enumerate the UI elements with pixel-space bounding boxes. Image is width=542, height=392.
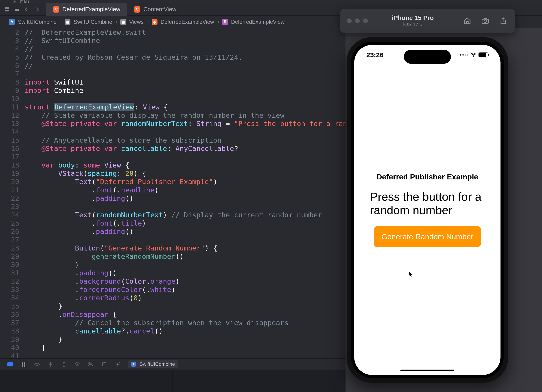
code: generateRandomNumber() xyxy=(25,252,184,261)
scissors-icon xyxy=(88,362,93,366)
tab-label: ContentView xyxy=(143,6,176,13)
simulator-device-name: iPhone 15 Pro xyxy=(371,14,455,21)
home-indicator[interactable] xyxy=(401,370,454,371)
line-number: 24 xyxy=(0,211,25,219)
debug-target-label: SwiftUICombine xyxy=(140,361,175,367)
svg-point-3 xyxy=(89,362,90,364)
line-number: 27 xyxy=(0,236,25,244)
related-items-button[interactable] xyxy=(2,5,12,14)
line-number: 19 xyxy=(0,169,25,178)
line-number: 12 xyxy=(0,111,25,119)
variables-pane[interactable] xyxy=(0,370,173,392)
line-number: 31 xyxy=(0,269,25,277)
line-number: 3 xyxy=(0,37,25,45)
line-number: 2 xyxy=(0,28,25,37)
breadcrumb-item[interactable]: DeferredExampleView xyxy=(231,19,284,25)
environment-button[interactable] xyxy=(101,361,108,368)
breadcrumb-item[interactable]: SwiftUICombine xyxy=(74,19,112,25)
zoom-button[interactable] xyxy=(363,18,368,23)
step-over-button[interactable] xyxy=(34,361,40,368)
app-content: Deferred Publisher Example Press the but… xyxy=(354,45,500,375)
svg-point-1 xyxy=(50,365,51,367)
console-area xyxy=(0,370,346,392)
line-number: 38 xyxy=(0,327,25,335)
folder-icon: ▦ xyxy=(65,19,70,25)
step-over-icon xyxy=(34,362,40,367)
minimize-button[interactable] xyxy=(355,18,360,23)
tab-deferred-example-view[interactable]: DeferredExampleView xyxy=(46,3,127,16)
step-in-icon xyxy=(48,361,53,367)
breadcrumb-item[interactable]: SwiftUICombine xyxy=(18,19,57,25)
breakpoint-icon xyxy=(7,362,13,366)
line-number: 21 xyxy=(0,186,25,194)
status-right xyxy=(460,51,488,59)
app-icon: A xyxy=(131,362,136,367)
location-icon xyxy=(115,362,120,367)
code: .padding() xyxy=(25,194,134,203)
line-number: 40 xyxy=(0,344,25,352)
svg-point-0 xyxy=(36,365,38,366)
console-pane[interactable] xyxy=(173,370,346,392)
line-number: 17 xyxy=(0,153,25,161)
tab-label: DeferredExampleView xyxy=(62,6,120,13)
code: VStack(spacing: 20) { xyxy=(25,169,146,178)
code: // DeferredExampleView.swift xyxy=(25,28,146,37)
wifi-icon xyxy=(471,53,476,57)
app-heading: Deferred Publisher Example xyxy=(376,172,478,181)
dynamic-island xyxy=(404,50,451,64)
close-button[interactable] xyxy=(347,18,352,23)
code: .cornerRadius(8) xyxy=(25,294,142,302)
swift-file-icon: ◆ xyxy=(152,19,157,25)
iphone-screen[interactable]: 23:26 Deferred Publisher Example Press t… xyxy=(354,45,500,375)
nav-back-button[interactable] xyxy=(22,5,32,14)
line-number: 6 xyxy=(0,61,25,70)
line-number: 28 xyxy=(0,244,25,252)
tab-nav-group xyxy=(2,5,42,14)
breadcrumb-item[interactable]: DeferredExampleView xyxy=(161,19,214,25)
share-button[interactable] xyxy=(498,16,508,26)
tab-content-view[interactable]: ContentView xyxy=(127,3,183,16)
debug-target[interactable]: A SwiftUICombine xyxy=(128,360,178,368)
line-number: 11 xyxy=(0,103,25,111)
svg-point-2 xyxy=(63,365,65,367)
stack-icon xyxy=(75,362,80,367)
view-debug-button[interactable] xyxy=(74,361,81,368)
code: .font(.title) xyxy=(25,219,146,227)
generate-button[interactable]: Generate Random Number xyxy=(374,226,481,247)
branch-name[interactable]: main xyxy=(20,0,29,4)
status-time: 23:26 xyxy=(366,51,384,59)
code: cancellable?.cancel() xyxy=(25,327,163,335)
svg-rect-5 xyxy=(103,362,106,366)
code: struct DeferredExampleView: View { xyxy=(25,103,168,111)
line-number: 25 xyxy=(0,219,25,227)
step-out-button[interactable] xyxy=(60,361,67,368)
memory-graph-button[interactable] xyxy=(87,361,94,368)
code: // AnyCancellable to store the subscript… xyxy=(25,136,222,145)
simulator-titlebar[interactable]: iPhone 15 Pro iOS 17.5 xyxy=(340,9,515,33)
breakpoints-toggle[interactable] xyxy=(7,361,13,368)
line-number: 16 xyxy=(0,145,25,153)
chevron-right-icon xyxy=(146,21,149,23)
home-button[interactable] xyxy=(462,16,472,26)
line-number: 34 xyxy=(0,294,25,302)
code: import Combine xyxy=(25,86,83,95)
line-number: 30 xyxy=(0,261,25,269)
nav-forward-button[interactable] xyxy=(32,5,42,14)
cellular-icon xyxy=(460,54,468,56)
line-number: 36 xyxy=(0,310,25,319)
code: // Cancel the subscription when the view… xyxy=(25,319,288,327)
code: Text(randomNumberText) // Display the cu… xyxy=(25,211,322,219)
home-icon xyxy=(463,17,471,25)
code-scroll[interactable]: 2// DeferredExampleView.swift 3// SwiftU… xyxy=(0,28,346,361)
line-number: 22 xyxy=(0,194,25,203)
screenshot-button[interactable] xyxy=(480,16,490,26)
list-items-button[interactable] xyxy=(12,5,22,14)
location-button[interactable] xyxy=(114,361,121,368)
step-into-button[interactable] xyxy=(47,361,54,368)
code: .font(.headline) xyxy=(25,186,159,194)
simulator-title-block: iPhone 15 Pro iOS 17.5 xyxy=(371,14,455,27)
breadcrumb-item[interactable]: Views xyxy=(129,19,144,25)
pause-button[interactable] xyxy=(20,361,27,368)
debug-toolbar: A SwiftUICombine xyxy=(0,358,346,370)
line-number: 5 xyxy=(0,53,25,61)
